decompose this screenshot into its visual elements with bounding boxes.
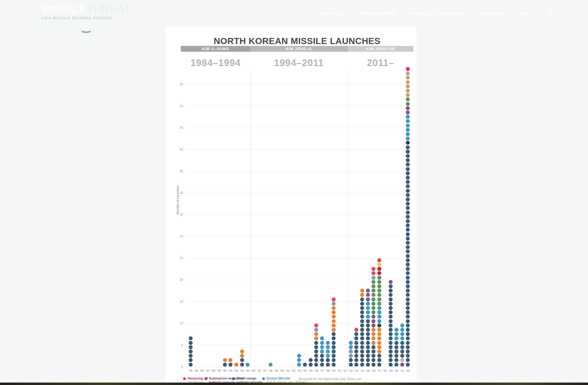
launch-dot bbox=[189, 354, 193, 358]
launch-dot bbox=[332, 306, 336, 310]
x-tick-label: '22 bbox=[404, 369, 412, 372]
launch-dot bbox=[366, 289, 370, 293]
launch-dot bbox=[366, 293, 370, 297]
gridline bbox=[186, 215, 413, 215]
launch-dot bbox=[360, 341, 364, 345]
launch-dot bbox=[389, 319, 393, 323]
nav-item-about[interactable]: ABOUT bbox=[518, 11, 533, 16]
launch-dot bbox=[297, 363, 301, 367]
launch-dot bbox=[189, 358, 193, 362]
era-period-3: 2011– bbox=[367, 58, 394, 69]
y-tick-label: 20 bbox=[172, 278, 183, 282]
launch-dot bbox=[366, 354, 370, 358]
launch-dot bbox=[377, 284, 381, 288]
launch-dot bbox=[371, 319, 375, 323]
launch-dot bbox=[366, 310, 370, 314]
legend-dot-hwasong17 bbox=[183, 377, 186, 380]
launch-dot bbox=[406, 323, 410, 327]
launch-dot bbox=[406, 189, 410, 193]
gridline bbox=[186, 171, 413, 171]
launch-dot bbox=[326, 363, 330, 367]
y-tick-label: 45 bbox=[172, 170, 183, 173]
footnote-line1: Accounts for full flight tests only. Doe… bbox=[299, 377, 361, 381]
launch-dot bbox=[360, 354, 364, 358]
launch-dot bbox=[406, 319, 410, 323]
launch-dot bbox=[389, 363, 393, 367]
launch-dot bbox=[366, 328, 370, 332]
launch-dot bbox=[406, 215, 410, 219]
era-band-kim-jong-un: KIM JONG-UN bbox=[348, 46, 413, 52]
launch-dot bbox=[377, 328, 381, 332]
launch-dot bbox=[189, 349, 193, 353]
launch-dot bbox=[406, 167, 410, 171]
launch-dot bbox=[349, 349, 353, 353]
gridline bbox=[186, 149, 413, 150]
launch-dot bbox=[326, 349, 330, 353]
y-tick-label: 30 bbox=[172, 235, 183, 238]
era-divider bbox=[251, 70, 251, 367]
launch-dot bbox=[406, 297, 410, 301]
y-tick-label: 40 bbox=[172, 191, 183, 195]
launch-dot bbox=[389, 297, 393, 301]
launch-dot bbox=[366, 341, 370, 345]
launch-dot bbox=[320, 345, 324, 349]
launch-dot bbox=[406, 211, 410, 215]
launch-dot bbox=[246, 363, 250, 367]
launch-dot bbox=[377, 354, 381, 358]
launch-dot bbox=[406, 150, 410, 154]
launch-dot bbox=[240, 349, 244, 353]
launch-dot bbox=[332, 336, 336, 340]
launch-dot bbox=[228, 363, 232, 367]
launch-dot bbox=[360, 332, 364, 336]
launch-dot bbox=[406, 193, 410, 197]
search-icon[interactable] bbox=[546, 9, 554, 17]
nav-item-resources[interactable]: RESOURCES bbox=[478, 11, 505, 16]
launch-dot bbox=[309, 358, 313, 362]
launch-dot bbox=[394, 349, 398, 353]
site-logo[interactable]: MISSILETHREAT CSIS MISSILE DEFENSE PROJE… bbox=[41, 4, 131, 20]
launch-dot bbox=[406, 80, 410, 84]
launch-dot bbox=[326, 345, 330, 349]
launch-dot bbox=[223, 358, 227, 362]
launch-dot bbox=[377, 276, 381, 280]
chart-title: NORTH KOREAN MISSILE LAUNCHES bbox=[181, 36, 413, 46]
nav-item-analysis[interactable]: ANALYSIS bbox=[321, 11, 342, 16]
y-tick-label: 55 bbox=[172, 126, 183, 129]
launch-dot bbox=[332, 332, 336, 336]
launch-dot bbox=[400, 354, 404, 358]
launch-dot bbox=[389, 345, 393, 349]
launch-dot bbox=[366, 306, 370, 310]
launch-dot bbox=[406, 237, 410, 241]
launch-dot bbox=[349, 341, 353, 345]
launch-dot bbox=[332, 363, 336, 367]
launch-dot bbox=[320, 349, 324, 353]
nav-item-missiles-of-the-world[interactable]: MISSILES OF THE WORLD bbox=[410, 11, 465, 16]
launch-dot bbox=[366, 336, 370, 340]
launch-dot bbox=[269, 363, 273, 367]
launch-dot bbox=[377, 267, 381, 271]
launch-dot bbox=[394, 363, 398, 367]
gridline bbox=[186, 193, 413, 193]
launch-dot bbox=[389, 280, 393, 284]
launch-dot bbox=[360, 289, 364, 293]
era-period-1: 1984–1994 bbox=[190, 58, 241, 69]
launch-dot bbox=[406, 145, 410, 149]
launch-dot bbox=[371, 280, 375, 284]
logo-tagline: CSIS MISSILE DEFENSE PROJECT bbox=[41, 16, 131, 20]
legend-dot-cruise bbox=[262, 377, 265, 380]
launch-dot bbox=[377, 319, 381, 323]
launch-dot bbox=[332, 345, 336, 349]
launch-dot bbox=[406, 84, 410, 88]
launch-dot bbox=[314, 363, 318, 367]
launch-dot bbox=[360, 319, 364, 323]
launch-dot bbox=[371, 323, 375, 327]
main-nav: ANALYSIS DEFENSE SYSTEMS MISSILES OF THE… bbox=[321, 0, 554, 26]
nav-item-defense-systems[interactable]: DEFENSE SYSTEMS bbox=[355, 11, 397, 16]
launch-dot bbox=[377, 258, 381, 262]
launch-dot bbox=[366, 332, 370, 336]
gridline bbox=[186, 128, 413, 128]
launch-dot bbox=[332, 358, 336, 362]
launch-dot bbox=[366, 315, 370, 319]
launch-dot bbox=[406, 106, 410, 110]
era-divider bbox=[348, 70, 348, 367]
